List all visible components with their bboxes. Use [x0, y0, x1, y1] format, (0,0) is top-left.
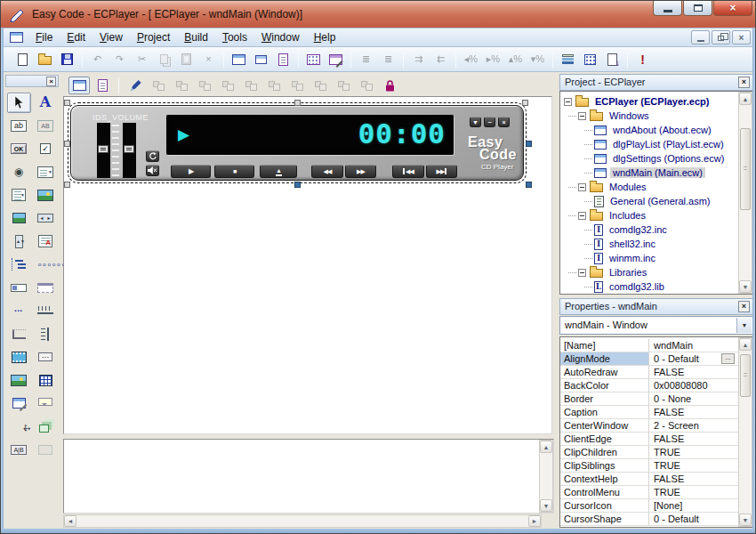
tree-item-includes[interactable]: Includes — [560, 208, 752, 222]
project-panel-close-button[interactable]: × — [738, 77, 750, 88]
volume-slider-right[interactable] — [123, 123, 136, 178]
horizontal-scrollbar[interactable]: ◄ ► — [63, 514, 542, 528]
project-tree-scrollbar[interactable]: ▲ ▼ — [738, 92, 752, 294]
save-file-button[interactable] — [56, 50, 78, 69]
menu-view[interactable]: View — [92, 28, 130, 46]
property-row-clientedge[interactable]: ClientEdgeFALSE — [560, 433, 752, 446]
minimize-button[interactable] — [653, 1, 682, 16]
scrollbar-thumb[interactable] — [740, 354, 751, 397]
menu-window[interactable]: Window — [254, 28, 307, 46]
player-minimize-button[interactable]: − — [484, 117, 495, 127]
new-window-button[interactable] — [228, 50, 250, 69]
tree-collapse-icon[interactable] — [578, 269, 586, 277]
tree-item-dlgsettings[interactable]: dlgSettings (Options.ecw) — [560, 151, 752, 166]
selection-handle-mid-left[interactable] — [64, 141, 70, 147]
scroll-down-icon[interactable]: ▼ — [739, 514, 752, 526]
next-button[interactable]: ▶▶ — [426, 165, 457, 178]
tree-item-wndmain[interactable]: wndMain (Main.ecw) — [560, 166, 752, 180]
mdi-pages-tool[interactable] — [34, 417, 58, 437]
dialog-tool[interactable] — [7, 393, 31, 414]
property-row-cursoricon[interactable]: CursorIcon[None] — [560, 499, 752, 513]
scroll-right-icon[interactable]: ► — [528, 515, 541, 527]
property-row-border[interactable]: Border0 - None — [560, 392, 752, 406]
hotkey-tool[interactable]: … — [34, 347, 58, 368]
vtrackbar-tool[interactable] — [34, 324, 58, 344]
selection-handle-bottom-right[interactable] — [526, 182, 532, 188]
property-row-backcolor[interactable]: BackColor0x00808080 — [560, 379, 752, 392]
selection-handle-bottom-left[interactable] — [64, 182, 70, 188]
combobox-tool[interactable]: ▼ — [34, 162, 58, 182]
property-row-clipsiblings[interactable]: ClipSiblingsTRUE — [560, 459, 752, 473]
maximize-button[interactable] — [683, 1, 712, 16]
properties-scrollbar[interactable]: ▲ ▼ — [738, 337, 752, 527]
header-tool[interactable] — [34, 278, 58, 298]
property-row-cursorshape[interactable]: CursorShape0 - Default — [560, 513, 752, 526]
menu-edit[interactable]: Edit — [60, 28, 92, 46]
scroll-left-icon[interactable]: ◄ — [64, 515, 76, 527]
new-file-button[interactable] — [12, 50, 34, 69]
tree-collapse-icon[interactable] — [578, 183, 586, 191]
property-row-contexthelp[interactable]: ContextHelpFALSE — [560, 473, 752, 486]
tree-item-shell32inc[interactable]: Ishell32.inc — [560, 237, 752, 251]
selection-handle-top-center[interactable] — [294, 100, 301, 106]
tab-tool[interactable] — [7, 324, 31, 344]
window-view-button[interactable] — [68, 77, 90, 94]
selection-handle-bottom-center[interactable] — [294, 182, 301, 188]
toolbox-close-button[interactable]: × — [46, 77, 56, 86]
open-file-button[interactable] — [34, 50, 56, 69]
property-editor-button[interactable]: ... — [721, 353, 735, 364]
radiobutton-tool[interactable]: ◉ — [7, 162, 31, 182]
object-selector[interactable]: wndMain - Window ▼ — [559, 316, 753, 335]
progressbar-tool[interactable] — [7, 278, 31, 298]
imagelist-tool[interactable] — [7, 370, 31, 391]
player-menu-button[interactable]: ▼ — [470, 117, 481, 127]
output-vertical-scrollbar[interactable]: ▲ ▼ — [539, 440, 553, 513]
picture-tool[interactable] — [7, 208, 31, 229]
scroll-up-icon[interactable]: ▲ — [739, 93, 752, 105]
toolbox-header[interactable]: × — [5, 75, 59, 87]
label-tool[interactable]: A — [34, 93, 58, 113]
tree-item-libraries[interactable]: Libraries — [560, 265, 752, 279]
run-button[interactable]: ↓ — [601, 50, 623, 69]
rewind-button[interactable]: ◀◀ — [311, 165, 343, 178]
output-panel[interactable] — [63, 439, 554, 514]
volume-slider-left[interactable] — [97, 123, 110, 178]
sizer-tool[interactable]: ↔↕ — [7, 417, 31, 437]
treeview-tool[interactable] — [7, 255, 31, 275]
property-row-caption[interactable]: CaptionFALSE — [560, 406, 752, 419]
tree-item-general[interactable]: General (General.asm) — [560, 194, 752, 208]
selection-handle-mid-right[interactable] — [526, 141, 532, 147]
menu-help[interactable]: Help — [307, 28, 343, 46]
pointer-tool[interactable] — [7, 93, 31, 113]
volume-handle-right[interactable] — [124, 145, 134, 153]
property-row-controlmenu[interactable]: ControlMenuTRUE — [560, 486, 752, 499]
menu-tools[interactable]: Tools — [215, 28, 254, 46]
mdi-close-button[interactable]: × — [732, 30, 751, 44]
tree-item-comdlg32lib[interactable]: Lcomdlg32.lib — [560, 279, 752, 294]
syntax-errors-button[interactable]: ! — [631, 50, 654, 69]
lock-controls-button[interactable] — [379, 77, 400, 94]
eject-button[interactable]: ▲ — [260, 165, 297, 178]
tree-item-winmminc[interactable]: Iwinmm.inc — [560, 251, 752, 265]
button-tool[interactable]: OK — [7, 139, 31, 159]
build-button[interactable] — [579, 50, 601, 69]
scrollbar-thumb[interactable] — [740, 128, 751, 210]
ab-switch-tool[interactable]: A|B — [7, 440, 31, 460]
scroll-up-icon[interactable]: ▲ — [540, 441, 552, 453]
trackbar-tool[interactable] — [34, 301, 58, 321]
player-design[interactable]: IDS_VOLUME ▶ 00:00 ▼−× Easy Code CD Play… — [70, 105, 524, 181]
code-view-button[interactable] — [92, 77, 113, 94]
window-grid-button[interactable] — [302, 50, 325, 69]
tooltip-tool[interactable] — [34, 393, 58, 414]
assemble-button[interactable] — [557, 50, 579, 69]
menu-build[interactable]: Build — [177, 28, 215, 46]
checkbox-tool[interactable]: ✓ — [34, 139, 58, 159]
animation-tool[interactable] — [7, 347, 31, 368]
volume-handle-left[interactable] — [98, 145, 109, 153]
selection-handle-top-left[interactable] — [64, 100, 70, 106]
tree-item-wndabout[interactable]: wndAbout (About.ecw) — [560, 123, 752, 137]
updown-tool[interactable]: ▲▼ — [7, 231, 31, 252]
tree-item-modules[interactable]: Modules — [560, 180, 752, 194]
image-tool[interactable] — [34, 185, 58, 206]
listview-tool[interactable]: oooooo — [34, 255, 58, 275]
